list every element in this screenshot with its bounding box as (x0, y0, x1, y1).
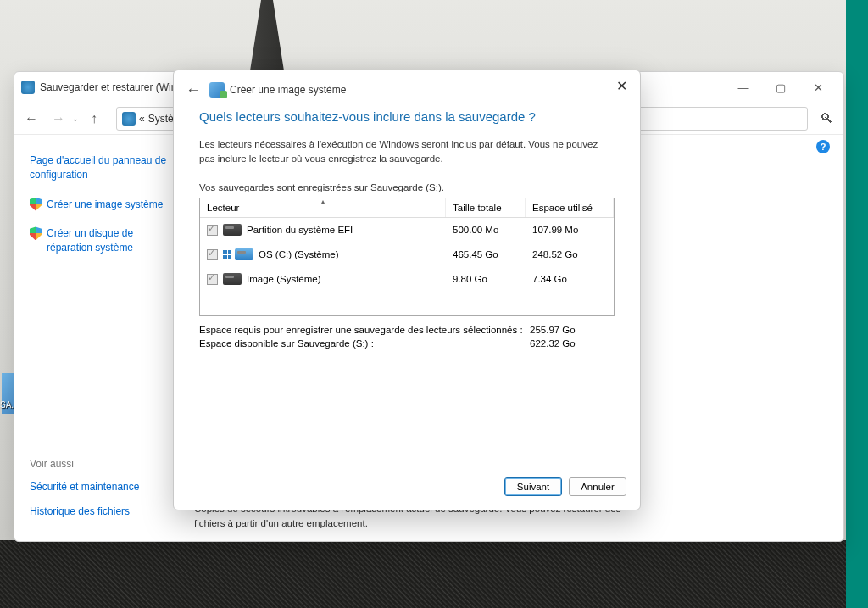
column-total[interactable]: Taille totale (446, 198, 526, 217)
minimize-button[interactable]: ― (725, 75, 762, 99)
dialog-body: Quels lecteurs souhaitez-vous inclure da… (174, 109, 640, 467)
control-panel-icon (21, 81, 35, 94)
drive-icon (235, 248, 253, 260)
available-space-label: Espace disponible sur Sauvegarde (S:) : (199, 338, 530, 349)
dialog-titlebar[interactable]: ← Créer une image système ✕ (174, 70, 640, 109)
windows-logo-icon (223, 250, 231, 259)
drive-checkbox[interactable] (207, 249, 218, 260)
sidebar-create-disc-link[interactable]: Créer un disque de réparation système (30, 223, 170, 259)
create-system-image-dialog: ← Créer une image système ✕ Quels lecteu… (173, 70, 641, 510)
drive-checkbox[interactable] (207, 225, 218, 236)
dialog-title: Créer une image système (230, 84, 632, 96)
search-icon[interactable]: 🔍︎ (815, 107, 838, 131)
drive-total-size: 9.80 Go (446, 274, 526, 284)
nav-up-button[interactable]: ↑ (82, 107, 106, 131)
dialog-description: Les lecteurs nécessaires à l'exécution d… (199, 137, 615, 167)
shield-icon (30, 198, 42, 211)
wallpaper-bottom (0, 540, 846, 608)
required-space-label: Espace requis pour enregistrer une sauve… (199, 325, 530, 335)
drive-used-space: 107.99 Mo (526, 225, 614, 235)
required-space-row: Espace requis pour enregistrer une sauve… (199, 325, 615, 335)
drive-selection-table: ▴ Lecteur Taille totale Espace utilisé P… (199, 198, 615, 316)
help-icon[interactable]: ? (816, 140, 830, 153)
save-location-note: Vos sauvegardes sont enregistrées sur Sa… (199, 182, 615, 192)
drive-total-size: 465.45 Go (446, 249, 526, 259)
drive-name: OS (C:) (Système) (259, 249, 339, 259)
dialog-close-button[interactable]: ✕ (604, 74, 638, 98)
drive-icon (223, 273, 242, 285)
sidebar-create-image-link[interactable]: Créer une image système (30, 194, 170, 215)
wallpaper-spire (237, 0, 297, 76)
maximize-button[interactable]: ▢ (762, 75, 799, 99)
dialog-heading: Quels lecteurs souhaitez-vous inclure da… (199, 109, 615, 124)
drive-used-space: 248.52 Go (526, 249, 614, 259)
see-also-heading: Voir aussi (30, 458, 139, 470)
table-header[interactable]: ▴ Lecteur Taille totale Espace utilisé (200, 198, 614, 218)
nav-back-button[interactable]: ← (19, 107, 43, 131)
desktop-shortcut-label: SA. (0, 400, 14, 410)
shield-icon (30, 226, 42, 240)
sidebar-create-image-label: Créer une image système (47, 198, 163, 212)
sort-indicator-icon: ▴ (321, 198, 325, 205)
available-space-value: 622.32 Go (530, 338, 615, 349)
dialog-back-button[interactable]: ← (182, 79, 204, 101)
sidebar-home-link[interactable]: Page d'accueil du panneau de configurati… (30, 150, 170, 186)
close-button[interactable]: ✕ (799, 75, 837, 99)
sidebar-create-disc-label: Créer un disque de réparation système (47, 226, 170, 255)
file-history-link[interactable]: Historique des fichiers (30, 501, 139, 522)
security-maintenance-link[interactable]: Sécurité et maintenance (30, 477, 139, 498)
sidebar-footer: Voir aussi Sécurité et maintenance Histo… (30, 458, 139, 526)
available-space-row: Espace disponible sur Sauvegarde (S:) : … (199, 338, 615, 349)
nav-forward-button[interactable]: → (47, 107, 70, 131)
drive-total-size: 500.00 Mo (446, 225, 526, 235)
drive-used-space: 7.34 Go (526, 274, 614, 284)
breadcrumb-text: Systè (148, 113, 174, 125)
required-space-value: 255.97 Go (530, 325, 615, 335)
nav-history-dropdown[interactable]: ⌄ (72, 114, 79, 123)
drive-icon (223, 224, 242, 236)
breadcrumb-prefix: « (139, 113, 145, 125)
system-image-icon (209, 82, 225, 98)
column-used[interactable]: Espace utilisé (526, 198, 614, 217)
drive-name: Image (Système) (247, 274, 321, 284)
dialog-footer: Suivant Annuler (174, 467, 640, 510)
drive-row[interactable]: Partition du système EFI500.00 Mo107.99 … (200, 218, 614, 243)
breadcrumb-icon (122, 112, 136, 126)
next-button[interactable]: Suivant (504, 477, 562, 496)
drive-row[interactable]: Image (Système)9.80 Go7.34 Go (200, 267, 614, 292)
drive-name: Partition du système EFI (247, 225, 353, 235)
drive-row[interactable]: OS (C:) (Système)465.45 Go248.52 Go (200, 243, 614, 267)
column-drive[interactable]: ▴ Lecteur (200, 198, 446, 217)
cancel-button[interactable]: Annuler (569, 477, 626, 496)
drive-checkbox[interactable] (207, 274, 218, 285)
